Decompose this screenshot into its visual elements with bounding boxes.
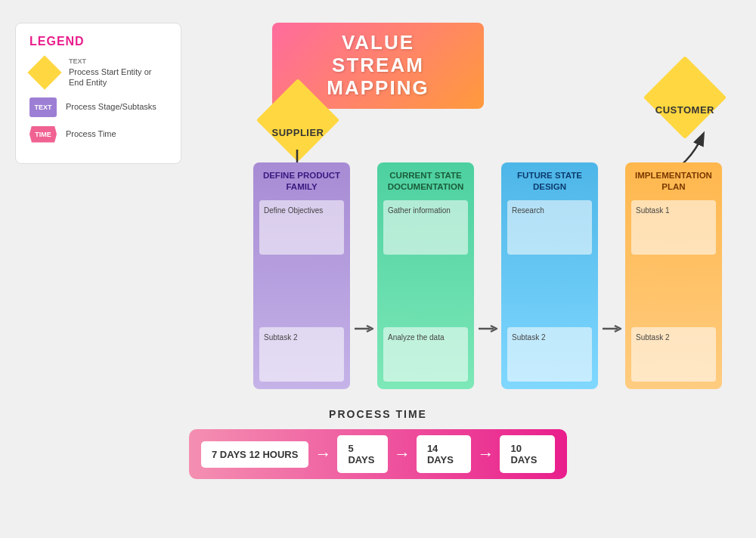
stage-current-subtask2: Analyze the data [383, 327, 468, 382]
arrow-3-4-icon [601, 323, 622, 335]
stage-future-title: FUTURE STATE DESIGN [507, 170, 592, 193]
legend-box: LEGEND TEXT Process Start Entity or End … [15, 23, 181, 164]
customer-diamond [643, 56, 727, 139]
time-arrow-3: → [477, 444, 494, 464]
legend-rect-shape: TEXT [29, 97, 57, 117]
legend-pink-desc: Process Time [66, 128, 116, 139]
title-text: VALUE STREAM MAPPING [295, 32, 461, 100]
arrow-3-4 [598, 323, 625, 335]
process-time-label: PROCESS TIME [189, 408, 567, 420]
time-arrow-1: → [314, 444, 331, 464]
stage-define-title: DEFINE PRODUCT FAMILY [259, 170, 344, 193]
time-arrow-2: → [394, 444, 411, 464]
stage-future-subtask1: Research [507, 200, 592, 255]
process-time-section: PROCESS TIME 7 DAYS 12 HOURS → 5 DAYS → … [189, 408, 567, 479]
legend-pink-shape: TIME [29, 126, 57, 143]
customer-label: CUSTOMER [655, 104, 714, 116]
legend-item-diamond: TEXT Process Start Entity or End Entity [29, 57, 167, 88]
stage-future: FUTURE STATE DESIGN Research Subtask 2 [501, 162, 598, 389]
legend-diamond-desc: Process Start Entity or End Entity [69, 66, 167, 88]
stage-implementation: IMPLEMENTATION PLAN Subtask 1 Subtask 2 [625, 162, 722, 389]
arrow-1-2-icon [353, 323, 374, 335]
supplier-entity: SUPPLIER [268, 91, 327, 138]
supplier-diamond [256, 79, 339, 162]
stages-area: DEFINE PRODUCT FAMILY Define Objectives … [253, 162, 722, 389]
legend-rect-desc: Process Stage/Subtasks [66, 101, 156, 112]
arrow-2-3-icon [477, 323, 498, 335]
stage-implementation-subtask2: Subtask 2 [631, 327, 716, 382]
stage-define-subtask1: Define Objectives [259, 200, 344, 255]
stage-current-subtask1: Gather information [383, 200, 468, 255]
arrow-1-2 [350, 323, 377, 335]
legend-item-rect: TEXT Process Stage/Subtasks [29, 97, 167, 117]
arrow-2-3 [474, 323, 501, 335]
stage-current: CURRENT STATE DOCUMENTATION Gather infor… [377, 162, 474, 389]
stage-define: DEFINE PRODUCT FAMILY Define Objectives … [253, 162, 350, 389]
canvas: LEGEND TEXT Process Start Entity or End … [0, 0, 756, 538]
legend-title: LEGEND [29, 35, 167, 48]
time-chip-4: 10 DAYS [500, 435, 555, 473]
legend-item-pink: TIME Process Time [29, 126, 167, 143]
stage-future-subtask2: Subtask 2 [507, 327, 592, 382]
stage-current-title: CURRENT STATE DOCUMENTATION [383, 170, 468, 193]
supplier-label: SUPPLIER [271, 127, 324, 138]
customer-entity: CUSTOMER [655, 68, 714, 116]
stage-define-subtask2: Subtask 2 [259, 327, 344, 382]
time-chip-1: 7 DAYS 12 HOURS [201, 441, 308, 468]
stage-implementation-subtask1: Subtask 1 [631, 200, 716, 255]
time-chip-3: 14 DAYS [417, 435, 472, 473]
time-strip: 7 DAYS 12 HOURS → 5 DAYS → 14 DAYS → 10 … [189, 429, 567, 479]
time-chip-2: 5 DAYS [337, 435, 387, 473]
legend-diamond-shape [27, 56, 61, 90]
stage-implementation-title: IMPLEMENTATION PLAN [631, 170, 716, 193]
